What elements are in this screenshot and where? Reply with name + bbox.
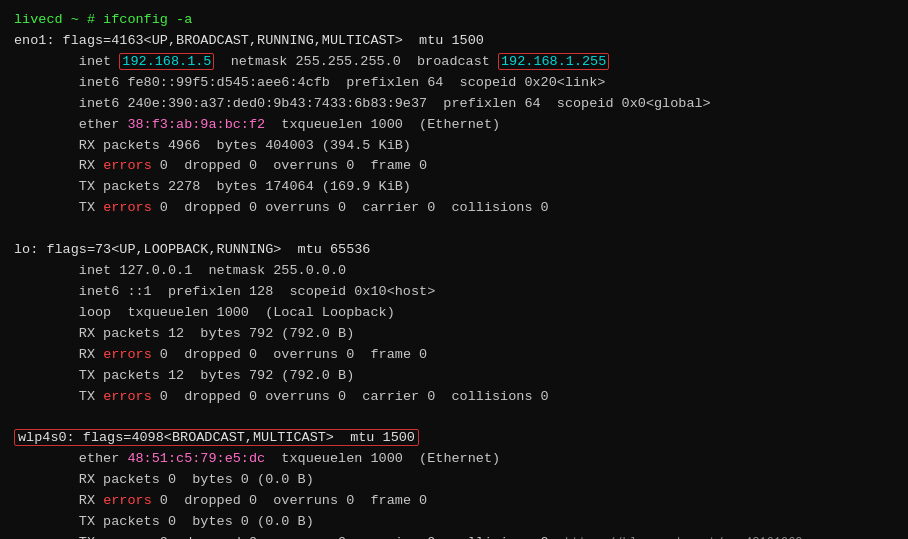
lo-rx-errors: RX errors 0 dropped 0 overruns 0 frame 0 xyxy=(14,345,894,366)
eno1-header: eno1: flags=4163<UP,BROADCAST,RUNNING,MU… xyxy=(14,31,894,52)
eno1-inet6-global: inet6 240e:390:a37:ded0:9b43:7433:6b83:9… xyxy=(14,94,894,115)
lo-inet: inet 127.0.0.1 netmask 255.0.0.0 xyxy=(14,261,894,282)
prompt-line: livecd ~ # ifconfig -a xyxy=(14,10,894,31)
wlp4s0-header: wlp4s0: flags=4098<BROADCAST,MULTICAST> … xyxy=(14,428,894,449)
eno1-tx-packets: TX packets 2278 bytes 174064 (169.9 KiB) xyxy=(14,177,894,198)
blank1 xyxy=(14,219,894,240)
eno1-rx-errors: RX errors 0 dropped 0 overruns 0 frame 0 xyxy=(14,156,894,177)
eno1-inet: inet 192.168.1.5 netmask 255.255.255.0 b… xyxy=(14,52,894,73)
lo-header: lo: flags=73<UP,LOOPBACK,RUNNING> mtu 65… xyxy=(14,240,894,261)
lo-rx-packets: RX packets 12 bytes 792 (792.0 B) xyxy=(14,324,894,345)
wlp4s0-rx-packets: RX packets 0 bytes 0 (0.0 B) xyxy=(14,470,894,491)
lo-tx-packets: TX packets 12 bytes 792 (792.0 B) xyxy=(14,366,894,387)
eno1-tx-errors: TX errors 0 dropped 0 overruns 0 carrier… xyxy=(14,198,894,219)
eno1-rx-packets: RX packets 4966 bytes 404003 (394.5 KiB) xyxy=(14,136,894,157)
eno1-ether: ether 38:f3:ab:9a:bc:f2 txqueuelen 1000 … xyxy=(14,115,894,136)
eno1-inet6-link: inet6 fe80::99f5:d545:aee6:4cfb prefixle… xyxy=(14,73,894,94)
wlp4s0-rx-errors: RX errors 0 dropped 0 overruns 0 frame 0 xyxy=(14,491,894,512)
wlp4s0-tx-errors: TX errors 0 dropped 0 overruns 0 carrier… xyxy=(14,533,894,539)
lo-loop: loop txqueuelen 1000 (Local Loopback) xyxy=(14,303,894,324)
lo-inet6: inet6 ::1 prefixlen 128 scopeid 0x10<hos… xyxy=(14,282,894,303)
wlp4s0-ether: ether 48:51:c5:79:e5:dc txqueuelen 1000 … xyxy=(14,449,894,470)
blank2 xyxy=(14,408,894,429)
terminal-window: livecd ~ # ifconfig -a eno1: flags=4163<… xyxy=(0,0,908,539)
wlp4s0-tx-packets: TX packets 0 bytes 0 (0.0 B) xyxy=(14,512,894,533)
lo-tx-errors: TX errors 0 dropped 0 overruns 0 carrier… xyxy=(14,387,894,408)
prompt-text: livecd ~ # ifconfig -a xyxy=(14,12,192,27)
